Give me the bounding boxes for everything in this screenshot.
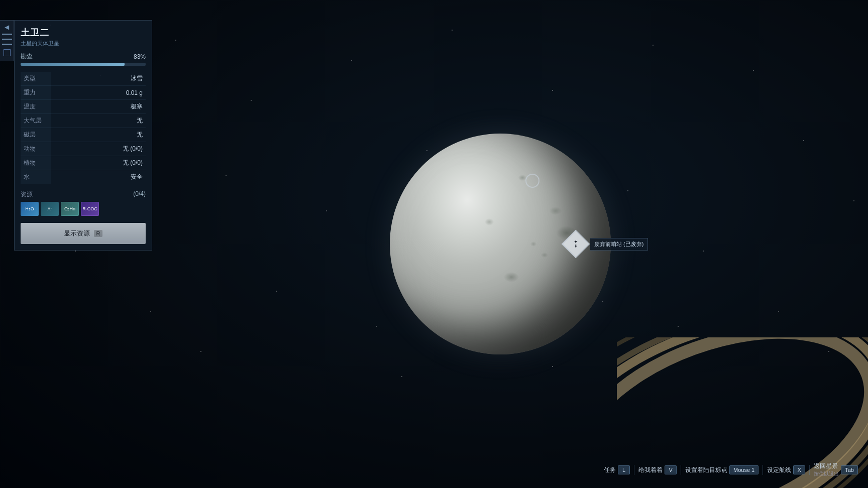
attr-value: 极寒 bbox=[51, 100, 146, 114]
survey-header: 勘查 83% bbox=[21, 52, 146, 61]
resource-chip-c2hn[interactable]: C₂Hn bbox=[61, 202, 79, 216]
planet-container: ✦ ⬇ 废弃前哨站 (已废弃) bbox=[390, 134, 611, 354]
sidebar-menu-icon bbox=[2, 39, 12, 40]
waypoint-diamond-icon: ✦ ⬇ bbox=[562, 230, 590, 259]
survey-bar-background bbox=[21, 63, 146, 66]
planet-subtitle: 土星的天体卫星 bbox=[21, 40, 146, 47]
orbit-marker bbox=[525, 174, 539, 188]
toolbar-set-landing-label: 设置着陆目标点 bbox=[685, 466, 727, 474]
planet-info-panel: 土卫二 土星的天体卫星 勘查 83% 类型冰雪重力0.01 g温度极寒大气层无磁… bbox=[14, 20, 152, 251]
attr-label: 重力 bbox=[21, 86, 51, 100]
toolbar-back-label: 返回星景按住以退出 bbox=[814, 462, 839, 478]
attr-value: 无 (0/0) bbox=[51, 156, 146, 170]
toolbar-missions-key: L bbox=[618, 465, 630, 474]
planet-name: 土卫二 bbox=[21, 27, 146, 39]
resource-chip-rcoc[interactable]: R-COC bbox=[81, 202, 99, 216]
attribute-row: 水安全 bbox=[21, 170, 146, 184]
attribute-row: 温度极寒 bbox=[21, 100, 146, 114]
attribute-row: 类型冰雪 bbox=[21, 72, 146, 86]
attr-value: 无 bbox=[51, 114, 146, 128]
toolbar-follow-label: 给我着着 bbox=[638, 466, 663, 474]
attr-label: 磁层 bbox=[21, 128, 51, 142]
resources-count: (0/4) bbox=[133, 190, 146, 199]
attr-label: 动物 bbox=[21, 142, 51, 156]
survey-bar-fill bbox=[21, 63, 125, 66]
toolbar-sep-4 bbox=[809, 465, 810, 475]
survey-percent: 83% bbox=[134, 53, 146, 60]
toolbar-set-course-label: 设定航线 bbox=[767, 466, 791, 474]
toolbar-set-course-key: X bbox=[793, 465, 805, 474]
show-resources-label: 显示资源 bbox=[64, 229, 90, 238]
survey-label: 勘查 bbox=[21, 52, 33, 61]
show-resources-key: R bbox=[94, 230, 103, 237]
attribute-table: 类型冰雪重力0.01 g温度极寒大气层无磁层无动物无 (0/0)植物无 (0/0… bbox=[21, 72, 146, 184]
sidebar-arrow-icon: ◀ bbox=[5, 24, 9, 31]
resource-chips-container: H₂O Ar C₂Hn R-COC bbox=[21, 202, 146, 216]
attr-value: 0.01 g bbox=[51, 86, 146, 100]
attr-label: 大气层 bbox=[21, 114, 51, 128]
sidebar-toggle[interactable]: ◀ bbox=[0, 20, 14, 61]
resources-header: 资源 (0/4) bbox=[21, 190, 146, 199]
attribute-row: 重力0.01 g bbox=[21, 86, 146, 100]
bottom-toolbar: 任务 L 给我着着 V 设置着陆目标点 Mouse 1 设定航线 X 返回星景按… bbox=[604, 462, 858, 478]
toolbar-set-landing-key: Mouse 1 bbox=[729, 465, 758, 474]
toolbar-follow[interactable]: 给我着着 V bbox=[638, 465, 677, 474]
toolbar-follow-key: V bbox=[665, 465, 677, 474]
resource-chip-h2o[interactable]: H₂O bbox=[21, 202, 39, 216]
toolbar-set-course[interactable]: 设定航线 X bbox=[767, 465, 805, 474]
attribute-row: 磁层无 bbox=[21, 128, 146, 142]
waypoint-label: 废弃前哨站 (已废弃) bbox=[590, 238, 648, 251]
waypoint-marker[interactable]: ✦ ⬇ 废弃前哨站 (已废弃) bbox=[566, 234, 648, 254]
toolbar-missions[interactable]: 任务 L bbox=[604, 465, 630, 474]
show-resources-button[interactable]: 显示资源 R bbox=[21, 223, 146, 244]
attribute-row: 植物无 (0/0) bbox=[21, 156, 146, 170]
toolbar-sep-2 bbox=[681, 465, 681, 475]
resources-label: 资源 bbox=[21, 190, 33, 199]
attr-value: 冰雪 bbox=[51, 72, 146, 86]
sidebar-menu-icon bbox=[2, 44, 12, 45]
attr-value: 无 bbox=[51, 128, 146, 142]
resource-chip-ar[interactable]: Ar bbox=[41, 202, 59, 216]
attr-value: 安全 bbox=[51, 170, 146, 184]
toolbar-back-to-star[interactable]: 返回星景按住以退出 Tab bbox=[814, 462, 858, 478]
toolbar-back-key: Tab bbox=[841, 465, 858, 474]
sidebar-grid-icon bbox=[4, 49, 11, 56]
survey-section: 勘查 83% bbox=[21, 52, 146, 66]
attr-label: 水 bbox=[21, 170, 51, 184]
attribute-row: 大气层无 bbox=[21, 114, 146, 128]
attr-label: 植物 bbox=[21, 156, 51, 170]
attr-label: 温度 bbox=[21, 100, 51, 114]
toolbar-sep-3 bbox=[763, 465, 763, 475]
toolbar-sep-1 bbox=[634, 465, 634, 475]
attr-label: 类型 bbox=[21, 72, 51, 86]
waypoint-diamond-inner: ✦ ⬇ bbox=[574, 239, 578, 249]
toolbar-set-landing[interactable]: 设置着陆目标点 Mouse 1 bbox=[685, 465, 758, 474]
toolbar-missions-label: 任务 bbox=[604, 466, 616, 474]
sidebar-menu-icon bbox=[2, 34, 12, 35]
attribute-row: 动物无 (0/0) bbox=[21, 142, 146, 156]
attr-value: 无 (0/0) bbox=[51, 142, 146, 156]
